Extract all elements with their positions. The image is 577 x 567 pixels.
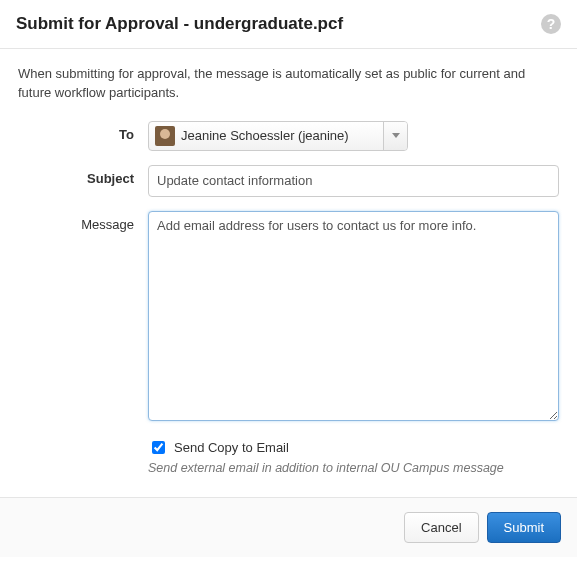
sendcopy-row: Send Copy to Email Send external email i… (18, 438, 559, 475)
send-copy-checkbox-wrap[interactable]: Send Copy to Email (148, 438, 559, 457)
message-row: Message (18, 211, 559, 424)
dialog-footer: Cancel Submit (0, 497, 577, 557)
send-copy-hint: Send external email in addition to inter… (148, 461, 559, 475)
subject-input[interactable] (148, 165, 559, 197)
to-row: To Jeanine Schoessler (jeanine) (18, 121, 559, 151)
cancel-button[interactable]: Cancel (404, 512, 478, 543)
to-selected-text: Jeanine Schoessler (jeanine) (181, 128, 349, 143)
subject-label: Subject (18, 165, 148, 186)
submit-button[interactable]: Submit (487, 512, 561, 543)
to-select[interactable]: Jeanine Schoessler (jeanine) (148, 121, 408, 151)
dialog-title: Submit for Approval - undergraduate.pcf (16, 14, 343, 34)
submit-approval-dialog: Submit for Approval - undergraduate.pcf … (0, 0, 577, 557)
to-selected-value: Jeanine Schoessler (jeanine) (149, 122, 383, 150)
help-icon[interactable]: ? (541, 14, 561, 34)
to-label: To (18, 121, 148, 142)
info-text: When submitting for approval, the messag… (18, 65, 559, 103)
send-copy-checkbox[interactable] (152, 441, 165, 454)
subject-row: Subject (18, 165, 559, 197)
dialog-body: When submitting for approval, the messag… (0, 49, 577, 497)
avatar (155, 126, 175, 146)
message-label: Message (18, 211, 148, 232)
message-textarea[interactable] (148, 211, 559, 421)
dialog-header: Submit for Approval - undergraduate.pcf … (0, 0, 577, 49)
chevron-down-icon (392, 133, 400, 138)
send-copy-label: Send Copy to Email (174, 440, 289, 455)
to-caret[interactable] (383, 122, 407, 150)
